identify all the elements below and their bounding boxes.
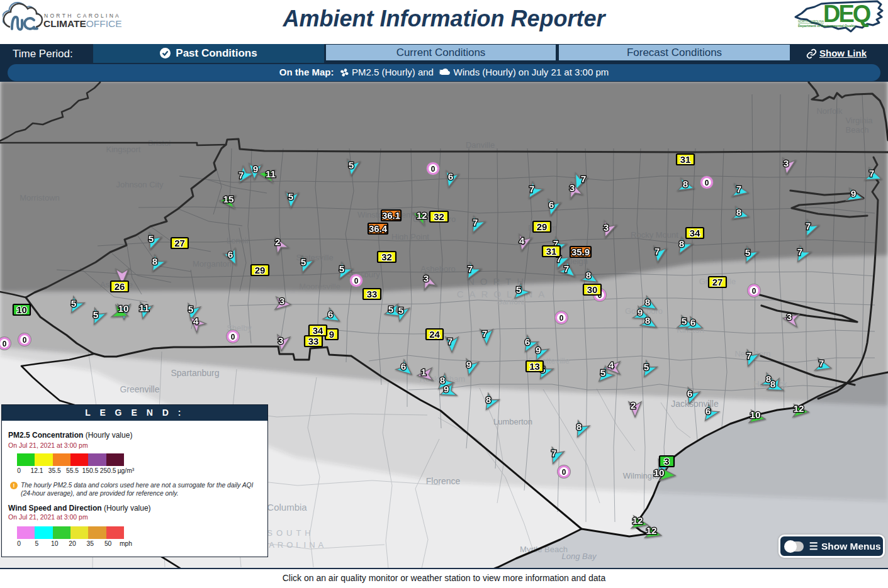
svg-text:6: 6: [549, 199, 554, 210]
svg-text:9: 9: [536, 345, 541, 355]
svg-text:9: 9: [638, 307, 643, 318]
svg-text:8: 8: [683, 179, 688, 189]
svg-text:6: 6: [328, 309, 334, 319]
svg-text:7: 7: [468, 263, 473, 274]
svg-text:6: 6: [401, 361, 407, 372]
svg-text:11: 11: [266, 169, 276, 179]
svg-text:27: 27: [712, 277, 723, 287]
svg-text:5: 5: [71, 298, 77, 309]
svg-text:8: 8: [645, 297, 651, 308]
svg-text:7: 7: [746, 350, 752, 361]
svg-text:0: 0: [752, 287, 756, 296]
svg-text:12: 12: [646, 525, 656, 536]
svg-text:0: 0: [705, 179, 709, 187]
svg-text:6: 6: [448, 171, 454, 182]
svg-text:7: 7: [482, 328, 488, 339]
svg-text:9: 9: [253, 164, 259, 174]
svg-text:5: 5: [644, 362, 649, 372]
svg-text:36.4: 36.4: [369, 223, 388, 234]
svg-text:7: 7: [655, 246, 660, 257]
svg-text:0: 0: [431, 165, 436, 174]
svg-text:27: 27: [174, 238, 185, 248]
svg-text:6: 6: [228, 249, 233, 260]
svg-text:7: 7: [736, 184, 742, 194]
svg-text:8: 8: [736, 207, 742, 218]
svg-text:8: 8: [152, 256, 158, 267]
svg-text:35.9: 35.9: [571, 247, 590, 257]
svg-text:33: 33: [367, 289, 378, 299]
svg-text:6: 6: [687, 388, 693, 399]
svg-text:0: 0: [559, 314, 564, 323]
svg-text:0: 0: [562, 468, 566, 477]
svg-text:9: 9: [444, 384, 449, 394]
svg-text:5: 5: [516, 284, 522, 295]
svg-text:8: 8: [645, 315, 651, 326]
svg-text:Columbia: Columbia: [267, 502, 307, 513]
svg-text:12: 12: [632, 515, 643, 526]
svg-text:10: 10: [118, 303, 128, 314]
svg-text:8: 8: [586, 270, 592, 280]
svg-text:13: 13: [529, 361, 540, 372]
svg-text:5: 5: [301, 257, 306, 267]
svg-text:29: 29: [537, 221, 548, 232]
svg-text:33: 33: [308, 336, 319, 347]
svg-text:2: 2: [631, 400, 636, 411]
svg-text:5: 5: [149, 233, 154, 244]
svg-text:5: 5: [398, 305, 404, 316]
svg-text:7: 7: [869, 168, 875, 179]
svg-text:8: 8: [679, 238, 685, 249]
svg-text:7: 7: [806, 221, 811, 231]
svg-text:10: 10: [16, 304, 27, 315]
svg-text:4: 4: [609, 360, 614, 370]
svg-text:3: 3: [424, 273, 429, 284]
svg-text:7: 7: [239, 170, 244, 180]
svg-text:36.1: 36.1: [382, 210, 400, 221]
svg-text:12: 12: [793, 403, 804, 414]
svg-text:5: 5: [349, 160, 354, 170]
svg-text:3: 3: [278, 335, 284, 346]
svg-text:6: 6: [525, 336, 531, 347]
svg-text:29: 29: [255, 265, 266, 275]
svg-text:6: 6: [705, 406, 711, 416]
svg-text:34: 34: [313, 325, 323, 336]
svg-text:0: 0: [3, 340, 7, 348]
svg-text:8: 8: [576, 421, 582, 432]
svg-text:9: 9: [466, 359, 472, 370]
svg-text:7: 7: [564, 263, 570, 274]
svg-text:3: 3: [664, 456, 669, 467]
svg-text:31: 31: [680, 154, 691, 165]
svg-text:3: 3: [604, 222, 609, 233]
svg-text:5: 5: [188, 304, 194, 314]
svg-text:0: 0: [231, 333, 235, 341]
svg-text:3: 3: [279, 296, 285, 306]
svg-text:7: 7: [581, 174, 587, 184]
svg-text:4: 4: [193, 316, 199, 326]
svg-text:9: 9: [851, 188, 857, 199]
svg-text:4: 4: [519, 235, 525, 246]
svg-text:34: 34: [690, 228, 700, 238]
svg-text:SOUTH: SOUTH: [267, 528, 315, 538]
svg-text:11: 11: [139, 302, 150, 313]
svg-text:24: 24: [429, 329, 440, 340]
svg-text:0: 0: [23, 336, 27, 345]
svg-text:Long Bay: Long Bay: [562, 552, 597, 561]
svg-text:5: 5: [93, 309, 99, 320]
svg-text:26: 26: [115, 281, 125, 292]
svg-text:7: 7: [473, 217, 478, 228]
svg-text:7: 7: [797, 247, 803, 257]
svg-text:3: 3: [784, 158, 789, 169]
svg-text:7: 7: [529, 184, 535, 194]
svg-text:5: 5: [745, 247, 751, 258]
svg-text:15: 15: [223, 194, 234, 204]
svg-text:7: 7: [551, 448, 557, 458]
svg-text:NORTH CAROLINA: NORTH CAROLINA: [798, 20, 824, 23]
svg-text:5: 5: [682, 316, 687, 326]
svg-text:9: 9: [329, 329, 334, 340]
svg-text:31: 31: [546, 246, 557, 257]
svg-text:CAROLINA: CAROLINA: [260, 540, 327, 550]
svg-text:2: 2: [275, 236, 281, 247]
svg-text:0: 0: [354, 277, 359, 286]
svg-text:8: 8: [486, 394, 492, 405]
svg-text:12: 12: [416, 210, 427, 221]
svg-text:5: 5: [288, 191, 294, 202]
